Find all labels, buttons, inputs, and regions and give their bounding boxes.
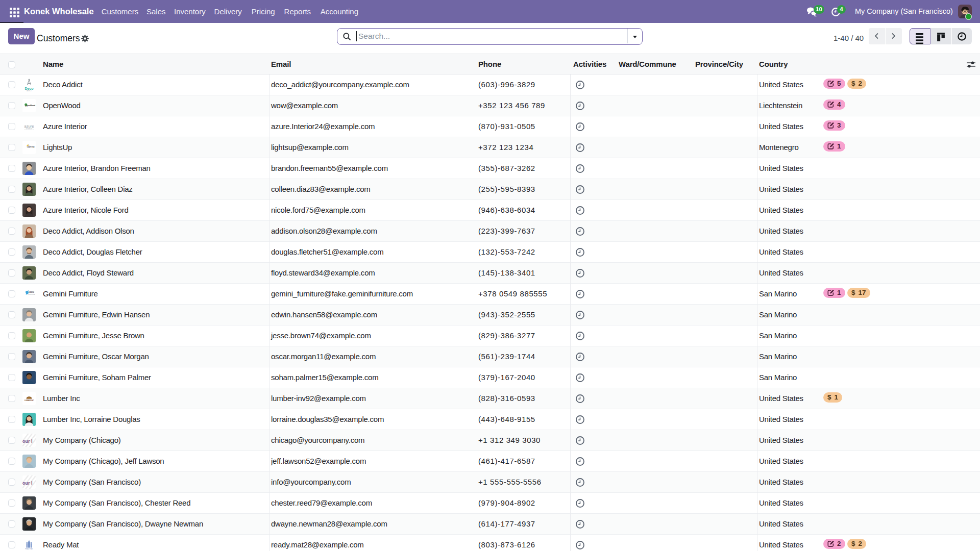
- svg-text:FURNITURE: FURNITURE: [28, 294, 35, 295]
- svg-text:our l: our l: [22, 439, 33, 444]
- svg-text:our l: our l: [22, 481, 33, 486]
- svg-text:— INTERIOR —: — INTERIOR —: [24, 128, 34, 130]
- svg-text:ADDICT: ADDICT: [27, 90, 32, 91]
- svg-text:azure: azure: [24, 124, 34, 129]
- svg-text:READY MAT: READY MAT: [26, 548, 33, 550]
- svg-text:LUMBER INC: LUMBER INC: [24, 399, 34, 402]
- svg-text:LightsUp: LightsUp: [27, 146, 35, 148]
- svg-text:OpenWood: OpenWood: [26, 105, 35, 107]
